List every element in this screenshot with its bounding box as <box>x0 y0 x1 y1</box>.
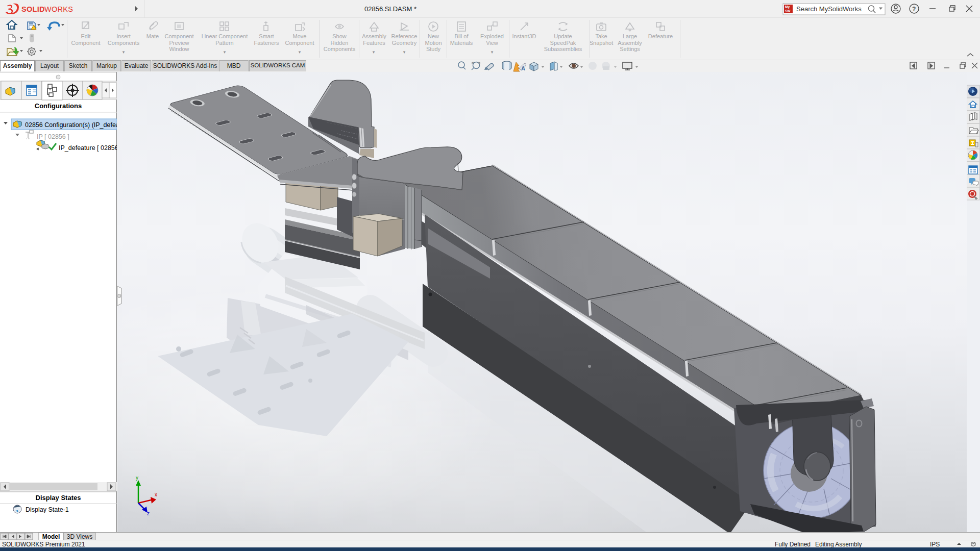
svg-text:SW: SW <box>785 9 791 13</box>
svg-text:Search MySolidWorks: Search MySolidWorks <box>796 5 862 13</box>
svg-text:My: My <box>785 5 790 9</box>
svg-text:!: ! <box>36 27 37 30</box>
svg-text:z: z <box>147 511 150 516</box>
svg-text:Model: Model <box>42 533 60 540</box>
svg-text:3D Views: 3D Views <box>67 533 92 540</box>
svg-text:IP [ 02856 ]: IP [ 02856 ] <box>37 133 69 140</box>
svg-text:02856 Configuration(s) (IP_de: 02856 Configuration(s) (IP_defeat <box>25 121 117 129</box>
svg-text:Configurations: Configurations <box>35 102 82 110</box>
svg-text:WORKS: WORKS <box>44 5 73 13</box>
svg-text:IP_defeature [ 02856: IP_defeature [ 02856 <box>59 144 117 152</box>
svg-text:A: A <box>521 65 525 71</box>
svg-text:?: ? <box>912 6 916 13</box>
svg-text:x: x <box>155 492 157 497</box>
svg-text:y: y <box>136 475 138 481</box>
svg-text:Display States: Display States <box>36 494 81 502</box>
svg-text:Display State-1: Display State-1 <box>26 506 69 513</box>
svg-text:SOLID: SOLID <box>21 5 45 13</box>
